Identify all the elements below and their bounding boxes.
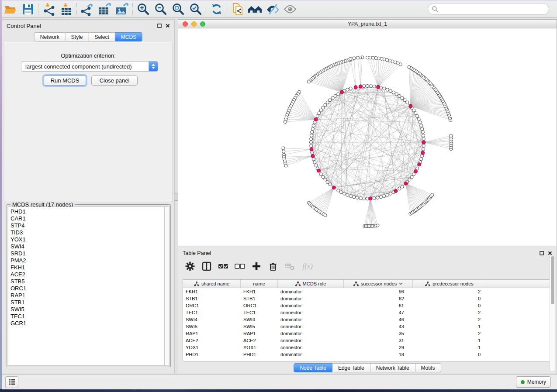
mcds-result-list[interactable]: PHD1CAR1STP4TID3YOX1SWI4SRD1PMA2FKH1ACE2… [8, 206, 164, 366]
column-header-MCDS-role[interactable]: MCDS role [278, 280, 344, 288]
export-table-button[interactable] [96, 2, 114, 17]
network-node[interactable] [334, 94, 337, 97]
table-cell[interactable]: 0 [413, 302, 486, 309]
network-node[interactable] [324, 178, 327, 181]
network-node[interactable] [356, 56, 359, 59]
table-cell[interactable]: connector [278, 344, 344, 351]
network-node[interactable] [311, 151, 314, 154]
table-cell[interactable]: 62 [344, 295, 413, 302]
network-node[interactable] [311, 127, 314, 131]
network-node[interactable] [418, 163, 421, 166]
mcds-result-item[interactable]: STB1 [10, 299, 164, 306]
mcds-result-item[interactable]: TEC1 [10, 313, 164, 320]
network-node[interactable] [310, 148, 313, 151]
network-node[interactable] [369, 85, 372, 88]
network-node[interactable] [319, 109, 322, 112]
table-cell[interactable]: FKH1 [183, 288, 241, 295]
network-node[interactable] [403, 99, 406, 102]
table-cell[interactable]: 96 [344, 288, 413, 295]
table-cell[interactable]: SWI5 [241, 323, 278, 330]
table-cell[interactable]: dominator [278, 316, 344, 323]
delete-row-button[interactable] [265, 259, 281, 274]
network-node[interactable] [366, 56, 369, 59]
tab-mcds[interactable]: MCDS [115, 32, 142, 41]
table-row[interactable]: RAP1RAP1dominator352 [183, 330, 553, 337]
show-all-button[interactable] [281, 2, 299, 17]
network-node[interactable] [311, 154, 315, 158]
network-node[interactable] [313, 161, 316, 164]
table-cell[interactable]: 0 [413, 295, 486, 302]
network-node[interactable] [319, 173, 322, 176]
table-cell[interactable]: SWI4 [183, 316, 241, 323]
table-cell[interactable]: ACE2 [183, 337, 241, 344]
network-node[interactable] [422, 144, 425, 147]
network-node[interactable] [349, 57, 352, 60]
network-node[interactable] [332, 186, 336, 189]
table-cell[interactable]: 1 [413, 323, 486, 330]
network-node[interactable] [353, 196, 356, 199]
network-node[interactable] [373, 196, 376, 199]
tab-network-table[interactable]: Network Table [370, 363, 415, 372]
open-file-button[interactable] [2, 2, 19, 17]
table-cell[interactable]: TEC1 [183, 309, 241, 316]
table-row[interactable]: STB1STB1dominator620 [183, 295, 553, 302]
mcds-result-item[interactable]: TID3 [10, 229, 164, 236]
network-node[interactable] [322, 175, 325, 179]
network-window-titlebar[interactable]: YPA_prune.txt_1 [178, 20, 557, 28]
column-header-name[interactable]: name [241, 280, 278, 288]
network-node[interactable] [318, 112, 321, 115]
network-node[interactable] [326, 181, 329, 184]
network-graph[interactable] [178, 28, 557, 246]
mcds-result-item[interactable]: ORC1 [10, 285, 164, 292]
table-options-button[interactable] [182, 259, 198, 274]
network-node[interactable] [343, 192, 346, 195]
zoom-selected-button[interactable] [187, 2, 204, 17]
unselect-all-button[interactable] [232, 259, 248, 274]
table-cell[interactable]: 1 [413, 337, 486, 344]
table-cell[interactable]: RAP1 [183, 330, 241, 337]
task-history-button[interactable] [5, 376, 18, 388]
network-node[interactable] [392, 91, 395, 94]
table-cell[interactable]: 1 [413, 344, 486, 351]
network-node[interactable] [310, 144, 313, 147]
network-node[interactable] [309, 141, 312, 144]
network-node[interactable] [416, 114, 419, 117]
hide-selected-button[interactable] [264, 2, 281, 17]
float-panel-icon[interactable] [540, 251, 544, 255]
network-node[interactable] [401, 185, 404, 188]
network-node[interactable] [359, 85, 362, 88]
network-node[interactable] [386, 88, 389, 91]
node-table[interactable]: shared namenameMCDS rolesuccessor nodesp… [183, 279, 554, 361]
network-node[interactable] [329, 99, 332, 102]
network-node[interactable] [450, 134, 453, 137]
network-node[interactable] [422, 148, 425, 151]
network-node[interactable] [311, 131, 314, 134]
table-cell[interactable]: YOX1 [241, 344, 278, 351]
network-node[interactable] [431, 193, 434, 196]
table-cell[interactable]: 2 [413, 288, 486, 295]
network-node[interactable] [337, 189, 340, 192]
table-cell[interactable]: SWI4 [241, 316, 278, 323]
network-node[interactable] [340, 90, 343, 94]
network-node[interactable] [422, 141, 426, 144]
tab-style[interactable]: Style [66, 32, 89, 41]
network-node[interactable] [282, 147, 285, 150]
network-node[interactable] [359, 196, 362, 199]
network-node[interactable] [398, 187, 401, 190]
network-node[interactable] [398, 94, 401, 97]
table-cell[interactable]: 2 [413, 330, 486, 337]
mcds-result-item[interactable]: FKH1 [10, 264, 164, 271]
network-node[interactable] [394, 189, 398, 193]
first-neighbors-button[interactable] [246, 2, 264, 17]
mcds-result-item[interactable]: CAR1 [10, 215, 164, 222]
network-node[interactable] [363, 197, 366, 200]
table-cell[interactable]: STB1 [241, 295, 278, 302]
network-node[interactable] [346, 88, 349, 91]
network-node[interactable] [373, 85, 376, 88]
mcds-result-item[interactable]: YOX1 [10, 236, 164, 243]
run-mcds-button[interactable]: Run MCDS [44, 76, 86, 86]
table-cell[interactable]: STB1 [183, 295, 241, 302]
table-cell[interactable]: dominator [278, 351, 344, 358]
zoom-in-button[interactable] [135, 2, 152, 17]
table-cell[interactable]: dominator [278, 302, 344, 309]
